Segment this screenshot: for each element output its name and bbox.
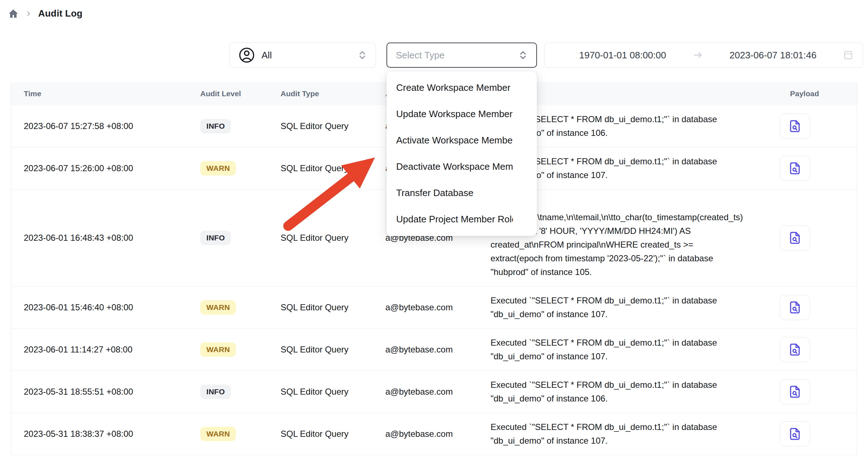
- breadcrumb: Audit Log: [8, 8, 82, 19]
- audit-level-badge: WARN: [200, 427, 236, 441]
- row-time: 2023-06-01 16:48:43 +08:00: [24, 233, 200, 243]
- audit-level-badge: INFO: [200, 119, 231, 133]
- type-dropdown-option[interactable]: Create Workspace Member: [387, 75, 537, 101]
- row-comment: Executed `"SELECT * FROM db_ui_demo.t1;"…: [491, 294, 750, 321]
- payload-view-button[interactable]: [780, 114, 810, 139]
- row-time: 2023-06-01 15:46:40 +08:00: [24, 302, 200, 312]
- file-search-icon: [788, 161, 802, 175]
- audit-level-badge: WARN: [200, 342, 236, 357]
- row-actor: a@bytebase.com: [385, 302, 491, 312]
- file-search-icon: [788, 385, 802, 399]
- row-time: 2023-06-07 15:26:00 +08:00: [24, 163, 200, 173]
- row-audit-type: SQL Editor Query: [281, 302, 385, 312]
- row-time: 2023-06-01 11:14:27 +08:00: [24, 345, 200, 355]
- row-actor: a@bytebase.com: [385, 387, 491, 397]
- chevron-right-icon: [25, 10, 32, 17]
- col-header-audit-type: Audit Type: [281, 89, 385, 98]
- row-audit-type: SQL Editor Query: [281, 163, 385, 173]
- audit-level-badge: INFO: [200, 231, 231, 245]
- col-header-payload: Payload: [750, 89, 857, 98]
- payload-view-button[interactable]: [780, 421, 810, 447]
- row-audit-type: SQL Editor Query: [281, 387, 385, 397]
- table-row: 2023-06-01 15:46:40 +08:00 WARN SQL Edit…: [11, 287, 857, 329]
- col-header-audit-level: Audit Level: [200, 89, 281, 98]
- file-search-icon: [788, 343, 802, 356]
- row-time: 2023-06-07 15:27:58 +08:00: [24, 121, 200, 131]
- date-range-start[interactable]: 1970-01-01 08:00:00: [553, 50, 692, 61]
- date-range-picker[interactable]: 1970-01-01 08:00:00 2023-06-07 18:01:46: [544, 43, 863, 68]
- row-time: 2023-05-31 18:55:51 +08:00: [24, 387, 200, 397]
- calendar-icon: [842, 49, 854, 61]
- page-title: Audit Log: [38, 8, 82, 19]
- payload-view-button[interactable]: [780, 337, 810, 362]
- arrow-right-icon: [692, 49, 704, 61]
- home-icon[interactable]: [8, 8, 19, 19]
- type-filter-placeholder: Select Type: [396, 50, 518, 61]
- col-header-time: Time: [24, 89, 200, 98]
- type-dropdown-option[interactable]: Update Project Member Role: [387, 206, 537, 232]
- row-audit-type: SQL Editor Query: [281, 121, 385, 131]
- chevron-up-down-icon: [357, 50, 368, 61]
- actor-filter-value: All: [261, 50, 350, 61]
- payload-view-button[interactable]: [780, 379, 810, 404]
- type-filter-select[interactable]: Select Type: [386, 43, 537, 68]
- type-dropdown-option[interactable]: Transfer Database: [387, 180, 537, 206]
- row-audit-type: SQL Editor Query: [281, 429, 385, 439]
- audit-level-badge: WARN: [200, 161, 236, 176]
- payload-view-button[interactable]: [780, 295, 810, 320]
- row-comment: Executed `"SELECT * FROM db_ui_demo.t1;"…: [491, 378, 750, 405]
- file-search-icon: [788, 301, 802, 314]
- file-search-icon: [788, 427, 802, 441]
- user-circle-icon: [238, 47, 255, 63]
- payload-view-button[interactable]: [780, 225, 810, 250]
- table-row: 2023-06-01 11:14:27 +08:00 WARN SQL Edit…: [11, 329, 857, 371]
- type-dropdown-option[interactable]: Update Workspace Member: [387, 101, 537, 127]
- type-dropdown-option[interactable]: Activate Workspace Member: [387, 127, 537, 154]
- file-search-icon: [788, 119, 802, 133]
- row-comment: Executed `"SELECT * FROM db_ui_demo.t1;"…: [491, 336, 750, 363]
- row-comment: Executed `"SELECT * FROM db_ui_demo.t1;"…: [491, 420, 750, 448]
- audit-level-badge: INFO: [200, 385, 231, 399]
- date-range-end[interactable]: 2023-06-07 18:01:46: [704, 50, 843, 61]
- chevron-up-down-icon: [518, 50, 528, 61]
- type-dropdown-menu: Create Workspace Member Update Workspace…: [386, 71, 537, 236]
- table-row: 2023-05-31 18:38:37 +08:00 WARN SQL Edit…: [11, 413, 857, 455]
- row-time: 2023-05-31 18:38:37 +08:00: [24, 429, 200, 439]
- row-audit-type: SQL Editor Query: [281, 233, 385, 243]
- audit-level-badge: WARN: [200, 300, 236, 315]
- table-row: 2023-05-31 18:55:51 +08:00 INFO SQL Edit…: [11, 371, 857, 413]
- payload-view-button[interactable]: [780, 156, 810, 181]
- row-actor: a@bytebase.com: [385, 429, 491, 439]
- type-dropdown-option[interactable]: Deactivate Workspace Member: [387, 154, 537, 180]
- actor-filter-select[interactable]: All: [229, 43, 376, 68]
- filter-bar: All Select Type 1970-01-01 08:00:00 2023…: [0, 43, 868, 68]
- file-search-icon: [788, 231, 802, 245]
- row-actor: a@bytebase.com: [385, 345, 491, 355]
- row-audit-type: SQL Editor Query: [281, 345, 385, 355]
